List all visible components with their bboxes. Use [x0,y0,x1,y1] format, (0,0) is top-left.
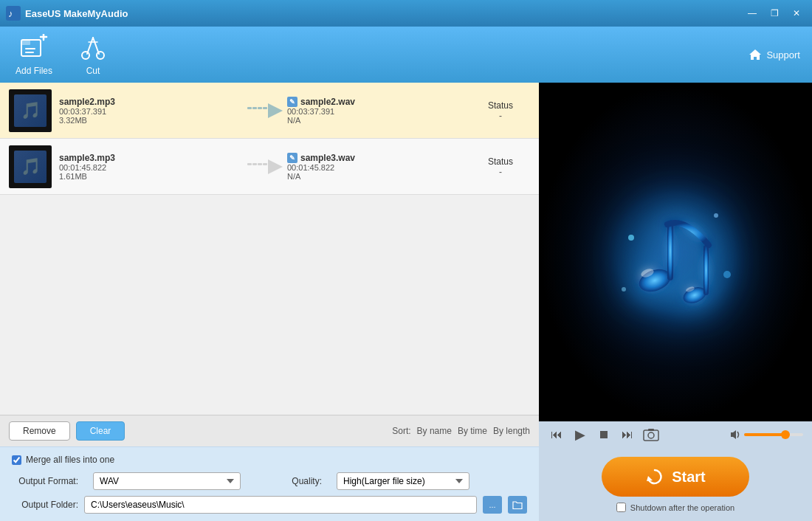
main-layout: 🎵 sample2.mp3 00:03:37.391 3.32MB [0,83,812,521]
svg-rect-34 [644,430,658,441]
output-folder-label: Output Folder: [12,500,78,510]
edit-icon[interactable]: ✎ [287,97,297,107]
svg-rect-13 [247,107,252,109]
output-format-label: Output Format: [12,476,78,486]
output-filename: sample2.wav [300,97,355,107]
skip-forward-button[interactable]: ⏭ [619,426,636,444]
sort-by-time[interactable]: By time [458,426,487,436]
home-icon [749,48,762,61]
status-label: Status [471,100,530,111]
input-size: 3.32MB [59,116,243,125]
open-folder-button[interactable] [508,496,527,514]
settings-area: Merge all files into one Output Format: … [0,446,539,521]
output-filename-row: ✎ sample3.wav [287,153,471,163]
output-folder-input[interactable] [84,496,477,514]
volume-slider[interactable] [744,433,803,436]
svg-point-23 [616,193,734,311]
input-filename: sample3.mp3 [59,153,243,163]
bottom-controls: Remove Clear Sort: By name By time By le… [0,415,539,446]
add-files-icon [19,33,49,63]
sort-area: Sort: By name By time By length [392,426,530,436]
status-value: - [471,111,530,121]
support-button[interactable]: Support [749,48,800,61]
file-status: Status - [471,100,530,121]
music-note-icon [602,179,749,326]
cut-label: Cut [86,66,100,76]
volume-icon [729,429,741,441]
edit-icon[interactable]: ✎ [287,153,297,163]
svg-point-35 [648,432,654,438]
svg-point-32 [723,271,731,278]
close-button[interactable]: ✕ [787,6,806,21]
file-thumbnail: 🎵 [9,89,52,132]
window-controls: — ❐ ✕ [743,6,806,21]
support-label: Support [766,49,800,61]
output-duration: 00:03:37.391 [287,107,471,116]
volume-area [729,429,803,441]
quality-label: Quality: [255,476,322,486]
app-logo: ♪ [6,6,21,21]
play-button[interactable]: ▶ [571,426,589,444]
svg-marker-17 [268,103,283,118]
refresh-icon [645,467,664,486]
svg-rect-16 [263,107,267,109]
convert-arrow [243,158,287,176]
svg-point-30 [628,235,634,241]
output-format-select[interactable]: WAV MP3 AAC FLAC OGG M4A [93,472,241,490]
svg-marker-37 [647,476,653,481]
stop-button[interactable]: ⏹ [595,426,613,444]
sort-by-name[interactable]: By name [417,426,452,436]
folder-row: Output Folder: ... [12,496,527,514]
svg-rect-36 [648,429,654,431]
input-filename: sample2.mp3 [59,97,243,107]
browse-button[interactable]: ... [483,496,502,514]
svg-marker-22 [268,159,283,174]
svg-line-11 [93,38,99,54]
remove-button[interactable]: Remove [9,421,70,441]
merge-label[interactable]: Merge all files into one [26,455,114,465]
right-panel: ⏮ ▶ ⏹ ⏭ [539,83,812,521]
output-filename: sample3.wav [300,153,355,163]
shutdown-label[interactable]: Shutdown after the operation [630,503,734,512]
add-files-toolbar-item[interactable]: Add Files [12,33,56,76]
file-list: 🎵 sample2.mp3 00:03:37.391 3.32MB [0,83,539,415]
toolbar: Add Files Cut Support [0,27,812,83]
merge-checkbox[interactable] [12,455,21,465]
clear-button[interactable]: Clear [76,421,125,441]
output-filename-row: ✎ sample2.wav [287,97,471,107]
cut-toolbar-item[interactable]: Cut [71,33,115,76]
output-duration: 00:01:45.822 [287,163,471,172]
svg-rect-27 [703,245,709,295]
file-info: sample2.mp3 00:03:37.391 3.32MB [59,97,243,125]
quality-select[interactable]: High(Larger file size) Medium Low [337,472,469,490]
convert-arrow [243,102,287,120]
minimize-button[interactable]: — [743,6,762,21]
svg-rect-14 [252,107,257,109]
start-section: Start Shutdown after the operation [539,448,812,521]
svg-rect-15 [258,107,262,109]
file-info: sample3.mp3 00:01:45.822 1.61MB [59,153,243,181]
sort-by-length[interactable]: By length [493,426,530,436]
output-size: N/A [287,172,471,181]
preview-area [539,83,812,421]
svg-text:♪: ♪ [8,8,13,19]
shutdown-checkbox[interactable] [616,503,626,512]
svg-rect-25 [667,221,673,280]
svg-line-10 [87,38,93,54]
left-panel: 🎵 sample2.mp3 00:03:37.391 3.32MB [0,83,539,521]
output-size: N/A [287,116,471,125]
start-button[interactable]: Start [602,457,749,497]
status-label: Status [471,156,530,167]
input-duration: 00:03:37.391 [59,107,243,116]
output-info: ✎ sample3.wav 00:01:45.822 N/A [287,153,471,181]
svg-point-31 [714,213,718,218]
table-row: 🎵 sample3.mp3 00:01:45.822 1.61MB [0,139,539,195]
input-size: 1.61MB [59,172,243,181]
svg-rect-20 [258,163,262,165]
skip-back-button[interactable]: ⏮ [548,426,565,444]
maximize-button[interactable]: ❐ [765,6,784,21]
file-thumbnail: 🎵 [9,145,52,188]
titlebar: ♪ EaseUS MakeMyAudio — ❐ ✕ [0,0,812,27]
file-status: Status - [471,156,530,177]
screenshot-button[interactable] [642,426,660,444]
